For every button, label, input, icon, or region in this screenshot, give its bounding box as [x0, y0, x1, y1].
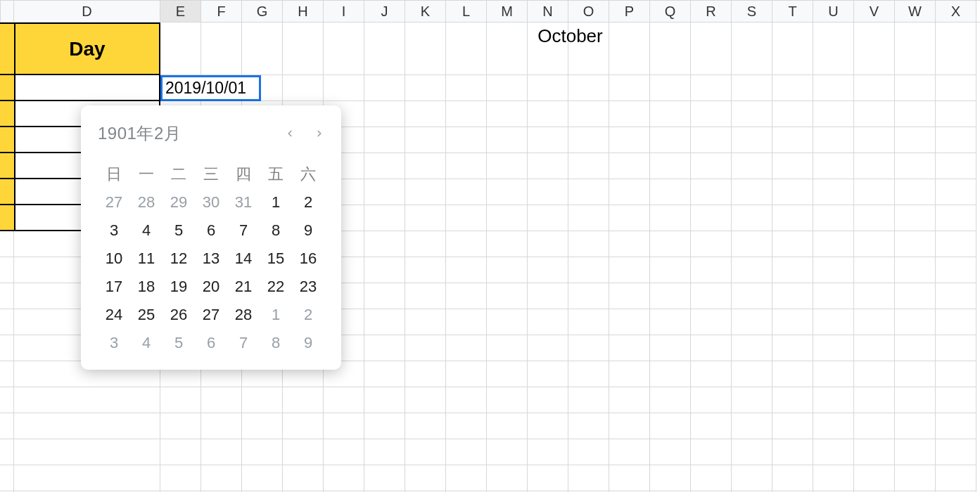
cell[interactable] [813, 361, 854, 387]
datepicker-next-month-button[interactable] [314, 127, 324, 141]
cell[interactable] [854, 75, 895, 101]
cell[interactable] [895, 205, 936, 231]
cell[interactable] [895, 465, 936, 491]
cell[interactable] [568, 465, 609, 491]
col-header-P[interactable]: P [609, 1, 650, 22]
cell[interactable] [568, 179, 609, 205]
cell[interactable] [854, 335, 895, 361]
cell[interactable] [528, 179, 568, 205]
cell[interactable] [813, 231, 854, 257]
cell[interactable] [772, 283, 813, 309]
cell[interactable] [813, 309, 854, 335]
cell[interactable] [283, 439, 324, 465]
cell[interactable] [0, 335, 14, 361]
cell[interactable] [446, 361, 487, 387]
cell[interactable] [201, 465, 242, 491]
cell[interactable] [405, 257, 446, 283]
cell[interactable] [609, 127, 650, 153]
cell[interactable] [446, 335, 487, 361]
cell[interactable] [487, 309, 528, 335]
cell[interactable] [609, 179, 650, 205]
datepicker-day[interactable]: 9 [292, 216, 324, 245]
cell[interactable] [691, 231, 732, 257]
datepicker-day[interactable]: 31 [227, 188, 260, 216]
cell[interactable] [813, 127, 854, 153]
cell[interactable] [650, 309, 691, 335]
cell[interactable] [528, 205, 568, 231]
cell[interactable] [568, 309, 609, 335]
col-header-L[interactable]: L [446, 1, 487, 22]
datepicker-day[interactable]: 24 [98, 301, 130, 329]
col-header-T[interactable]: T [772, 1, 813, 22]
cell[interactable] [0, 205, 14, 231]
cell[interactable] [854, 361, 895, 387]
cell[interactable] [650, 179, 691, 205]
datepicker-day[interactable]: 27 [98, 188, 130, 216]
datepicker-day[interactable]: 6 [195, 329, 227, 357]
cell[interactable] [405, 361, 446, 387]
cell[interactable] [732, 439, 772, 465]
cell[interactable] [895, 387, 936, 413]
datepicker-day[interactable]: 17 [98, 273, 130, 301]
cell[interactable] [364, 127, 405, 153]
cell[interactable] [0, 465, 14, 491]
cell[interactable] [813, 179, 854, 205]
cell[interactable] [0, 179, 14, 205]
cell[interactable] [732, 127, 772, 153]
cell[interactable] [0, 361, 14, 387]
datepicker-day[interactable]: 27 [195, 301, 227, 329]
cell[interactable] [732, 75, 772, 101]
cell[interactable] [364, 231, 405, 257]
cell[interactable] [324, 439, 364, 465]
cell[interactable] [732, 387, 772, 413]
datepicker-day[interactable]: 21 [227, 273, 260, 301]
cell[interactable] [201, 387, 242, 413]
cell[interactable] [487, 257, 528, 283]
col-header-I[interactable]: I [324, 1, 364, 22]
cell[interactable] [936, 439, 976, 465]
datepicker-day[interactable]: 1 [260, 188, 292, 216]
cell[interactable] [364, 465, 405, 491]
cell[interactable] [813, 335, 854, 361]
cell[interactable] [528, 153, 568, 179]
cell[interactable] [895, 75, 936, 101]
datepicker-day[interactable]: 11 [130, 245, 163, 273]
cell[interactable] [772, 413, 813, 439]
cell[interactable] [772, 361, 813, 387]
datepicker-day[interactable]: 5 [163, 216, 195, 245]
cell[interactable] [691, 283, 732, 309]
cell[interactable] [568, 361, 609, 387]
cell[interactable] [650, 335, 691, 361]
cell[interactable] [732, 465, 772, 491]
datepicker-day[interactable]: 28 [227, 301, 260, 329]
cell[interactable] [446, 231, 487, 257]
cell[interactable] [487, 335, 528, 361]
cell[interactable] [201, 439, 242, 465]
col-header-N[interactable]: N [528, 1, 568, 22]
cell[interactable] [242, 413, 283, 439]
cell[interactable] [405, 179, 446, 205]
cell[interactable] [854, 309, 895, 335]
datepicker-day[interactable]: 2 [292, 188, 324, 216]
cell[interactable] [732, 205, 772, 231]
cell[interactable] [691, 75, 732, 101]
cell[interactable] [813, 413, 854, 439]
cell[interactable] [813, 75, 854, 101]
col-header-V[interactable]: V [854, 1, 895, 22]
cell[interactable] [405, 153, 446, 179]
cell[interactable] [0, 231, 14, 257]
cell[interactable] [936, 179, 976, 205]
cell[interactable] [446, 101, 487, 127]
cell[interactable] [609, 335, 650, 361]
cell[interactable] [813, 205, 854, 231]
cell[interactable] [14, 413, 160, 439]
cell[interactable] [895, 283, 936, 309]
cell[interactable] [364, 153, 405, 179]
cell[interactable] [528, 309, 568, 335]
datepicker-day[interactable]: 26 [163, 301, 195, 329]
datepicker-day[interactable]: 4 [130, 216, 163, 245]
cell[interactable] [936, 413, 976, 439]
cell[interactable] [487, 231, 528, 257]
cell[interactable] [609, 413, 650, 439]
cell[interactable] [364, 361, 405, 387]
